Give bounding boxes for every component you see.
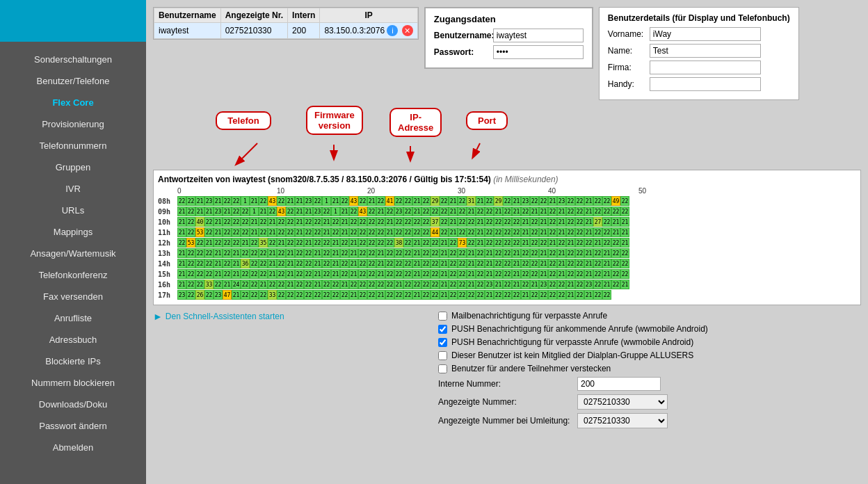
rt-cell: 22 (521, 269, 530, 279)
rt-cell: 22 (223, 227, 232, 237)
rt-cell: 23 (485, 280, 494, 289)
sidebar-item-provisionierung[interactable]: Provisionierung (0, 113, 146, 135)
sidebar-item-flexcore[interactable]: Flex Core (0, 92, 146, 113)
rt-cell: 22 (195, 259, 204, 268)
rt-row: 09h2122212123212222121224322212123221212… (158, 207, 856, 216)
zugangsdaten-password-label: Passwort: (434, 47, 493, 57)
checkbox-0[interactable] (438, 312, 447, 321)
rt-cell: 21 (512, 269, 521, 279)
rt-cell: 22 (521, 259, 530, 268)
field-select-2[interactable]: 0275210330 (577, 413, 668, 428)
rt-cell: 23 (394, 207, 403, 216)
assistant-link[interactable]: ► Den Schnell-Assistenten starten (153, 311, 431, 322)
checkbox-2[interactable] (438, 338, 447, 347)
sidebar-item-mappings[interactable]: Mappings (0, 221, 146, 243)
rt-cell: 41 (385, 196, 394, 206)
rt-cell: 22 (503, 238, 512, 248)
sidebar-item-sonderschaltungen[interactable]: Sonderschaltungen (0, 49, 146, 70)
rt-cell: 22 (322, 207, 331, 216)
rt-cell: 21 (349, 290, 358, 300)
rt-cell: 31 (467, 196, 476, 206)
sidebar-item-blockierte[interactable]: Blockierte IPs (0, 350, 146, 372)
rt-cell: 21 (277, 238, 286, 248)
rt-cell: 21 (376, 259, 385, 268)
svg-line-3 (473, 143, 480, 157)
checkbox-4[interactable] (438, 364, 447, 373)
rt-cell: 22 (223, 196, 232, 206)
handy-input[interactable] (650, 77, 761, 91)
close-icon[interactable]: ✕ (402, 25, 413, 36)
rt-cell: 23 (214, 290, 223, 300)
rt-cell: 22 (367, 259, 376, 268)
sidebar-item-nummern-blockieren[interactable]: Nummern blockieren (0, 372, 146, 394)
rt-cell: 23 (177, 290, 186, 300)
sidebar-item-benutzer[interactable]: Benutzer/Telefone (0, 70, 146, 92)
bottom-section: ► Den Schnell-Assistenten starten Mailbe… (153, 311, 861, 432)
rt-cell: 22 (458, 290, 467, 300)
field-input-0[interactable] (577, 377, 661, 391)
rt-cell: 21 (331, 196, 340, 206)
rt-cell: 22 (611, 207, 620, 216)
rt-cell: 21 (232, 259, 241, 268)
rt-cell: 22 (611, 238, 620, 248)
sidebar-item-passwort[interactable]: Passwort ändern (0, 415, 146, 437)
zugangsdaten-username-label: Benutzername: (434, 31, 493, 40)
rt-cell: 22 (421, 248, 431, 258)
rt-cell: 22 (530, 227, 539, 237)
sidebar-item-telefonkonferenz[interactable]: Telefonkonferenz (0, 264, 146, 286)
sidebar-item-adressbuch[interactable]: Adressbuch (0, 329, 146, 350)
rt-cell: 22 (521, 207, 530, 216)
rt-cell: 21 (485, 269, 494, 279)
checkbox-label-4: Benutzer für andere Teilnehmer verstecke… (451, 364, 611, 373)
rt-cells: 2322262223472122222233222222222222222221… (177, 290, 611, 300)
rt-cell: 21 (440, 269, 449, 279)
rt-cell: 21 (214, 217, 223, 227)
sidebar-item-downloads[interactable]: Downloads/Doku (0, 394, 146, 415)
sidebar-item-urls[interactable]: URLs (0, 200, 146, 221)
rt-row: 17h2322262223472122222233222222222222222… (158, 290, 856, 300)
info-icon[interactable]: i (387, 25, 398, 36)
rt-cell: 22 (331, 217, 340, 227)
sidebar-item-ivr[interactable]: IVR (0, 178, 146, 200)
rt-cell: 21 (584, 269, 593, 279)
rt-cell: 22 (322, 269, 331, 279)
rt-cell: 22 (620, 207, 629, 216)
rt-cell: 21 (250, 196, 259, 206)
rt-cell: 21 (584, 290, 593, 300)
rt-cell: 22 (186, 248, 195, 258)
rt-cell: 22 (602, 290, 611, 300)
scale-spacer5 (557, 187, 638, 195)
rt-cell: 22 (530, 238, 539, 248)
rt-cell: 53 (186, 238, 195, 248)
rt-cell: 22 (385, 280, 394, 289)
sidebar-item-anrufliste[interactable]: Anrufliste (0, 307, 146, 329)
name-input[interactable] (650, 44, 761, 58)
sidebar-item-ansagen[interactable]: Ansagen/Wartemusik (0, 243, 146, 264)
rt-cell: 22 (394, 227, 403, 237)
table-row[interactable]: iwaytest 0275210330 200 83.150.0.3:2076 … (154, 23, 418, 39)
rt-cell: 22 (467, 217, 476, 227)
scale-10: 10 (277, 187, 286, 195)
sidebar-item-fax[interactable]: Fax versenden (0, 286, 146, 307)
rt-cell: 22 (602, 238, 611, 248)
sidebar-item-telefonnummern[interactable]: Telefonnummern (0, 135, 146, 156)
rt-cell: 22 (512, 238, 521, 248)
zugangsdaten-username-input[interactable] (493, 29, 584, 42)
firma-input[interactable] (650, 60, 761, 74)
rt-cell: 22 (431, 269, 440, 279)
zugangsdaten-password-input[interactable] (493, 45, 584, 59)
sidebar-item-abmelden[interactable]: Abmelden (0, 437, 146, 458)
rt-cell: 22 (557, 238, 566, 248)
checkbox-3[interactable] (438, 351, 447, 360)
rt-cell: 22 (313, 217, 322, 227)
sidebar-item-gruppen[interactable]: Gruppen (0, 156, 146, 178)
checkbox-1[interactable] (438, 325, 447, 334)
rt-cell: 22 (322, 259, 331, 268)
vorname-input[interactable] (650, 27, 761, 41)
rt-cell: 22 (548, 269, 557, 279)
rt-cell: 21 (250, 227, 259, 237)
scale-20: 20 (367, 187, 376, 195)
rt-row: 10h2122402221222222212221222221222221222… (158, 217, 856, 227)
rt-cells: 2122212123212222121224322212123221212243… (177, 207, 629, 216)
field-select-1[interactable]: 0275210330 (577, 394, 668, 410)
